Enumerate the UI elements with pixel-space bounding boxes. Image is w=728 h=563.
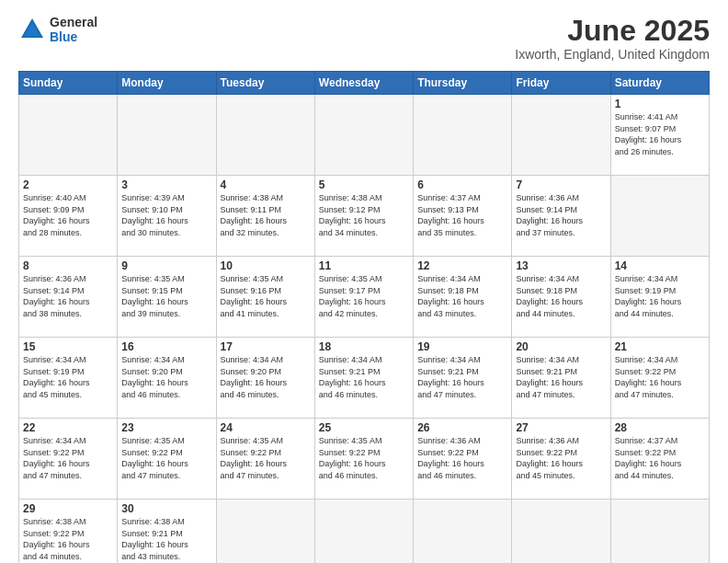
day-info: Sunrise: 4:35 AMSunset: 9:17 PMDaylight:…: [319, 273, 409, 319]
day-cell-9: 9 Sunrise: 4:35 AMSunset: 9:15 PMDayligh…: [118, 257, 216, 338]
day-cell-2: 2 Sunrise: 4:40 AMSunset: 9:09 PMDayligh…: [19, 176, 118, 257]
day-cell-19: 19 Sunrise: 4:34 AMSunset: 9:21 PMDaylig…: [414, 338, 512, 419]
empty-cell: [314, 95, 413, 176]
day-info: Sunrise: 4:34 AMSunset: 9:21 PMDaylight:…: [319, 354, 409, 400]
day-info: Sunrise: 4:34 AMSunset: 9:19 PMDaylight:…: [615, 273, 705, 319]
day-info: Sunrise: 4:34 AMSunset: 9:22 PMDaylight:…: [23, 435, 113, 481]
day-cell-26: 26 Sunrise: 4:36 AMSunset: 9:22 PMDaylig…: [414, 419, 512, 500]
day-info: Sunrise: 4:38 AMSunset: 9:12 PMDaylight:…: [319, 192, 409, 238]
day-cell-4: 4 Sunrise: 4:38 AMSunset: 9:11 PMDayligh…: [216, 176, 314, 257]
empty-cell: [314, 500, 413, 563]
day-cell-18: 18 Sunrise: 4:34 AMSunset: 9:21 PMDaylig…: [314, 338, 413, 419]
month-title: June 2025: [515, 15, 710, 47]
col-friday: Friday: [512, 72, 610, 95]
col-thursday: Thursday: [414, 72, 512, 95]
day-cell-13: 13 Sunrise: 4:34 AMSunset: 9:18 PMDaylig…: [512, 257, 610, 338]
col-wednesday: Wednesday: [314, 72, 413, 95]
day-cell-7: 7 Sunrise: 4:36 AMSunset: 9:14 PMDayligh…: [512, 176, 610, 257]
day-cell-11: 11 Sunrise: 4:35 AMSunset: 9:17 PMDaylig…: [314, 257, 413, 338]
day-info: Sunrise: 4:37 AMSunset: 9:13 PMDaylight:…: [417, 192, 507, 238]
day-number: 26: [417, 421, 507, 434]
day-info: Sunrise: 4:34 AMSunset: 9:20 PMDaylight:…: [221, 354, 311, 400]
calendar: Sunday Monday Tuesday Wednesday Thursday…: [18, 71, 710, 563]
day-cell-23: 23 Sunrise: 4:35 AMSunset: 9:22 PMDaylig…: [118, 419, 216, 500]
empty-cell: [512, 500, 610, 563]
day-number: 7: [516, 178, 606, 191]
day-info: Sunrise: 4:36 AMSunset: 9:22 PMDaylight:…: [516, 435, 606, 481]
day-info: Sunrise: 4:36 AMSunset: 9:14 PMDaylight:…: [516, 192, 606, 238]
empty-cell: [414, 500, 512, 563]
day-number: 20: [516, 340, 606, 353]
day-info: Sunrise: 4:38 AMSunset: 9:22 PMDaylight:…: [23, 516, 113, 562]
empty-cell: [610, 176, 709, 257]
day-cell-12: 12 Sunrise: 4:34 AMSunset: 9:18 PMDaylig…: [414, 257, 512, 338]
day-cell-21: 21 Sunrise: 4:34 AMSunset: 9:22 PMDaylig…: [610, 338, 709, 419]
week-row-6: 29 Sunrise: 4:38 AMSunset: 9:22 PMDaylig…: [19, 500, 710, 563]
day-number: 12: [417, 259, 507, 272]
day-info: Sunrise: 4:39 AMSunset: 9:10 PMDaylight:…: [121, 192, 211, 238]
week-row-4: 15 Sunrise: 4:34 AMSunset: 9:19 PMDaylig…: [19, 338, 710, 419]
day-number: 18: [319, 340, 409, 353]
day-cell-25: 25 Sunrise: 4:35 AMSunset: 9:22 PMDaylig…: [314, 419, 413, 500]
day-info: Sunrise: 4:35 AMSunset: 9:16 PMDaylight:…: [221, 273, 311, 319]
logo-icon: [18, 16, 46, 43]
week-row-1: 1 Sunrise: 4:41 AMSunset: 9:07 PMDayligh…: [19, 95, 710, 176]
day-number: 25: [319, 421, 409, 434]
day-number: 24: [221, 421, 311, 434]
day-info: Sunrise: 4:34 AMSunset: 9:20 PMDaylight:…: [121, 354, 211, 400]
day-info: Sunrise: 4:35 AMSunset: 9:15 PMDaylight:…: [121, 273, 211, 319]
day-number: 2: [23, 178, 113, 191]
day-cell-16: 16 Sunrise: 4:34 AMSunset: 9:20 PMDaylig…: [118, 338, 216, 419]
day-cell-22: 22 Sunrise: 4:34 AMSunset: 9:22 PMDaylig…: [19, 419, 118, 500]
day-cell-27: 27 Sunrise: 4:36 AMSunset: 9:22 PMDaylig…: [512, 419, 610, 500]
col-tuesday: Tuesday: [216, 72, 314, 95]
day-info: Sunrise: 4:38 AMSunset: 9:11 PMDaylight:…: [221, 192, 311, 238]
day-cell-28: 28 Sunrise: 4:37 AMSunset: 9:22 PMDaylig…: [610, 419, 709, 500]
week-row-2: 2 Sunrise: 4:40 AMSunset: 9:09 PMDayligh…: [19, 176, 710, 257]
day-cell-10: 10 Sunrise: 4:35 AMSunset: 9:16 PMDaylig…: [216, 257, 314, 338]
day-number: 15: [23, 340, 113, 353]
day-info: Sunrise: 4:40 AMSunset: 9:09 PMDaylight:…: [23, 192, 113, 238]
day-cell-14: 14 Sunrise: 4:34 AMSunset: 9:19 PMDaylig…: [610, 257, 709, 338]
day-info: Sunrise: 4:36 AMSunset: 9:22 PMDaylight:…: [417, 435, 507, 481]
day-cell-24: 24 Sunrise: 4:35 AMSunset: 9:22 PMDaylig…: [216, 419, 314, 500]
day-number: 13: [516, 259, 606, 272]
col-sunday: Sunday: [19, 72, 118, 95]
day-number: 10: [221, 259, 311, 272]
day-number: 27: [516, 421, 606, 434]
day-info: Sunrise: 4:34 AMSunset: 9:18 PMDaylight:…: [516, 273, 606, 319]
col-monday: Monday: [118, 72, 216, 95]
day-info: Sunrise: 4:35 AMSunset: 9:22 PMDaylight:…: [221, 435, 311, 481]
empty-cell: [610, 500, 709, 563]
day-number: 14: [615, 259, 705, 272]
day-number: 5: [319, 178, 409, 191]
col-saturday: Saturday: [610, 72, 709, 95]
day-info: Sunrise: 4:34 AMSunset: 9:21 PMDaylight:…: [516, 354, 606, 400]
day-cell-5: 5 Sunrise: 4:38 AMSunset: 9:12 PMDayligh…: [314, 176, 413, 257]
day-number: 22: [23, 421, 113, 434]
empty-cell: [216, 500, 314, 563]
logo-text: General Blue: [50, 15, 97, 44]
header: General Blue June 2025 Ixworth, England,…: [18, 15, 710, 62]
day-cell-17: 17 Sunrise: 4:34 AMSunset: 9:20 PMDaylig…: [216, 338, 314, 419]
empty-cell: [216, 95, 314, 176]
day-number: 16: [121, 340, 211, 353]
day-cell-30: 30 Sunrise: 4:38 AMSunset: 9:21 PMDaylig…: [118, 500, 216, 563]
day-number: 4: [221, 178, 311, 191]
day-number: 21: [615, 340, 705, 353]
day-cell-8: 8 Sunrise: 4:36 AMSunset: 9:14 PMDayligh…: [19, 257, 118, 338]
day-cell-3: 3 Sunrise: 4:39 AMSunset: 9:10 PMDayligh…: [118, 176, 216, 257]
day-info: Sunrise: 4:35 AMSunset: 9:22 PMDaylight:…: [319, 435, 409, 481]
day-info: Sunrise: 4:35 AMSunset: 9:22 PMDaylight:…: [121, 435, 211, 481]
title-section: June 2025 Ixworth, England, United Kingd…: [515, 15, 710, 62]
week-row-5: 22 Sunrise: 4:34 AMSunset: 9:22 PMDaylig…: [19, 419, 710, 500]
day-number: 3: [121, 178, 211, 191]
day-info: Sunrise: 4:36 AMSunset: 9:14 PMDaylight:…: [23, 273, 113, 319]
day-number: 17: [221, 340, 311, 353]
day-number: 19: [417, 340, 507, 353]
day-cell-15: 15 Sunrise: 4:34 AMSunset: 9:19 PMDaylig…: [19, 338, 118, 419]
empty-cell: [512, 95, 610, 176]
day-info: Sunrise: 4:38 AMSunset: 9:21 PMDaylight:…: [121, 516, 211, 562]
day-number: 1: [615, 98, 705, 110]
day-cell-29: 29 Sunrise: 4:38 AMSunset: 9:22 PMDaylig…: [19, 500, 118, 563]
